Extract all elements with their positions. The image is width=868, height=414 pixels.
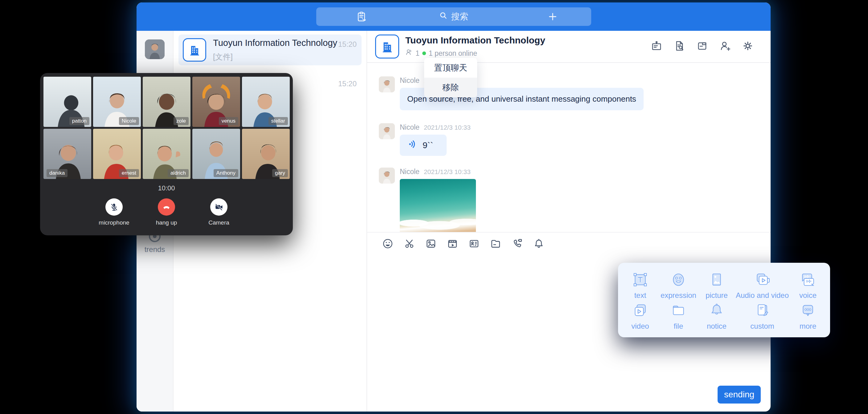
screenshot-scissors-icon[interactable] xyxy=(403,238,415,251)
hang-up-icon xyxy=(161,202,172,212)
sender-name: Nicole xyxy=(400,167,420,176)
emoji-icon[interactable] xyxy=(382,238,394,251)
participant-tile: Nicole xyxy=(93,77,141,127)
contact-card-icon[interactable] xyxy=(468,238,480,251)
message-time: 2021/12/3 10:33 xyxy=(424,168,471,176)
avatar[interactable] xyxy=(379,123,395,139)
menu-item-pin-chat[interactable]: 置顶聊天 xyxy=(424,58,477,77)
conversation-last-message: [文件] xyxy=(213,52,356,62)
participant-tile: gary xyxy=(242,129,290,179)
group-files-icon[interactable] xyxy=(696,40,708,53)
more-icon xyxy=(800,302,816,319)
panel-item-custom[interactable]: custom xyxy=(736,301,789,332)
panel-item-text[interactable]: text xyxy=(621,270,659,301)
members-icon xyxy=(405,49,413,58)
conversation-title: Tuoyun Information Technology xyxy=(213,38,356,48)
participant-tile: venus xyxy=(192,77,240,127)
trends-label: trends xyxy=(145,245,165,254)
camera-off-icon xyxy=(214,202,224,212)
participant-name: danika xyxy=(46,169,67,177)
participant-tile: zole xyxy=(143,77,190,127)
page: 搜索 xyxy=(0,0,868,414)
mic-off-icon xyxy=(109,202,119,212)
search-bar[interactable]: 搜索 xyxy=(316,7,591,26)
video-call-overlay: patton Nicole zole venus stellar danika xyxy=(40,73,293,235)
conversation-time: 15:20 xyxy=(338,40,356,49)
search-icon xyxy=(439,11,448,23)
voice-duration: 9`` xyxy=(423,140,433,150)
custom-icon xyxy=(754,302,771,319)
message-time: 2021/12/3 10:33 xyxy=(424,124,471,131)
voice-wave-icon xyxy=(408,139,418,151)
menu-item-remove[interactable]: 移除 xyxy=(424,77,477,97)
call-timer: 10:00 xyxy=(40,184,293,192)
composer-toolbar xyxy=(367,232,771,256)
participant-name: aldrich xyxy=(168,169,189,177)
microphone-label: microphone xyxy=(99,219,129,226)
panel-item-video[interactable]: video xyxy=(621,301,659,332)
search-label: 搜索 xyxy=(451,11,468,23)
camera-toggle-button[interactable] xyxy=(210,198,227,216)
participant-grid: patton Nicole zole venus stellar danika xyxy=(43,77,289,179)
voice-icon xyxy=(800,272,816,288)
video-clapper-icon[interactable] xyxy=(447,238,458,251)
online-status: 1 person online xyxy=(429,49,477,58)
message-voice: Nicole 2021/12/3 10:33 9 xyxy=(379,123,761,156)
notice-icon xyxy=(708,302,725,319)
avatar[interactable] xyxy=(379,76,395,92)
sender-name: Nicole xyxy=(400,76,420,85)
image-message-beach[interactable] xyxy=(400,179,476,232)
participant-tile: stellar xyxy=(242,77,290,127)
conversation-time: 15:20 xyxy=(338,79,356,88)
member-count: 1 xyxy=(415,49,420,58)
group-avatar-icon xyxy=(375,34,399,59)
file-folder-icon[interactable] xyxy=(490,238,501,251)
plus-icon[interactable] xyxy=(548,11,558,23)
participant-tile: danika xyxy=(43,129,91,179)
hang-up-button[interactable] xyxy=(158,198,175,216)
text-icon xyxy=(632,272,649,288)
participant-name: Nicole xyxy=(119,117,139,125)
add-member-icon[interactable] xyxy=(719,40,731,53)
video-call-icon[interactable] xyxy=(512,238,523,251)
microphone-toggle-button[interactable] xyxy=(105,198,123,216)
participant-name: zole xyxy=(174,117,189,125)
top-bar: 搜索 xyxy=(136,2,771,31)
panel-item-picture[interactable]: picture xyxy=(698,270,736,301)
voice-bubble[interactable]: 9`` xyxy=(400,135,447,156)
message-type-panel: text expression picture xyxy=(618,263,830,337)
picture-icon xyxy=(708,272,725,288)
participant-tile: ernest xyxy=(93,129,141,179)
participant-name: venus xyxy=(219,117,238,125)
hang-up-label: hang up xyxy=(156,219,177,226)
notification-bell-icon[interactable] xyxy=(533,238,545,251)
panel-item-notice[interactable]: notice xyxy=(698,301,736,332)
participant-tile: Anthony xyxy=(192,129,240,179)
settings-gear-icon[interactable] xyxy=(742,40,753,53)
picture-icon[interactable] xyxy=(425,238,437,251)
group-notice-icon[interactable] xyxy=(651,40,662,53)
online-dot xyxy=(422,52,426,55)
send-button[interactable]: sending xyxy=(718,386,761,404)
participant-name: gary xyxy=(272,169,288,177)
group-avatar-icon xyxy=(183,38,206,62)
message-image: Nicole 2021/12/3 10:33 xyxy=(379,167,761,232)
my-avatar[interactable] xyxy=(145,39,164,59)
panel-item-file[interactable]: file xyxy=(659,301,698,332)
chat-history-search-icon[interactable] xyxy=(674,40,685,53)
audio-video-icon xyxy=(754,272,771,288)
expression-icon xyxy=(670,272,687,288)
conversation-item[interactable]: Tuoyun Information Technology [文件] 15:20 xyxy=(179,34,362,65)
participant-tile: aldrich xyxy=(143,129,190,179)
panel-item-voice[interactable]: voice xyxy=(789,270,827,301)
call-log-icon[interactable] xyxy=(356,11,367,24)
panel-item-expression[interactable]: expression xyxy=(659,270,698,301)
participant-name: stellar xyxy=(269,117,288,125)
avatar[interactable] xyxy=(379,167,395,184)
camera-label: Camera xyxy=(208,219,229,226)
panel-item-audio-video[interactable]: Audio and video xyxy=(736,270,789,301)
panel-item-more[interactable]: more xyxy=(789,301,827,332)
conversation-context-menu: 置顶聊天 移除 xyxy=(424,58,477,97)
sender-name: Nicole xyxy=(400,123,420,131)
file-icon xyxy=(670,302,687,319)
